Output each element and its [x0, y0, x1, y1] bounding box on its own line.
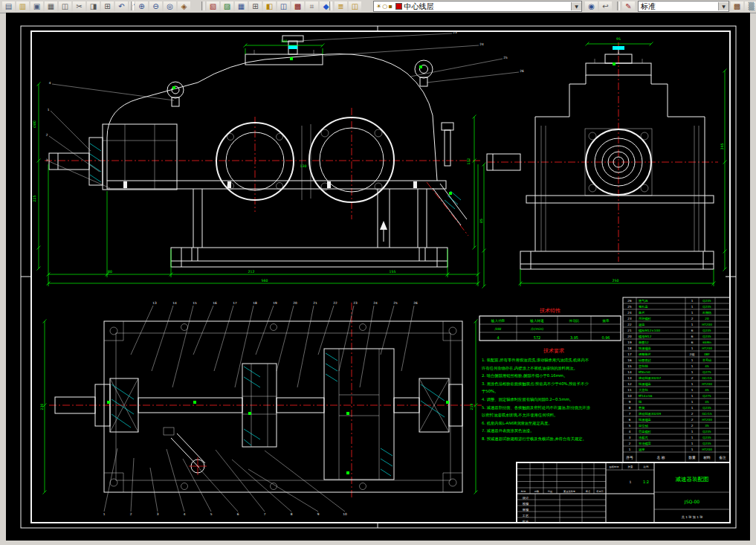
drawing-text: 审核 [523, 508, 529, 512]
new-drawing-icon[interactable]: ▤ [1, 1, 16, 13]
drawing-text: 数量 [688, 456, 696, 459]
drawing-text: 油标尺 [639, 436, 648, 440]
drawing-text: 15 [193, 301, 197, 305]
text-style-icon[interactable]: ✎ [621, 1, 636, 13]
grid-icon[interactable]: ⌗ [305, 1, 319, 13]
drawing-text: 1 [691, 311, 694, 315]
cut-icon[interactable]: ✂ [72, 1, 86, 13]
drawing-text: HT200 [702, 346, 712, 350]
drawing-text: 18 [253, 301, 257, 305]
table-icon[interactable]: ⊞ [248, 1, 262, 13]
dim-style-icon[interactable]: ▩ [730, 1, 744, 13]
drawing-text: 85 [479, 219, 483, 223]
drawing-text: 输入功率 [491, 319, 505, 323]
drawing-text: 15 [627, 364, 632, 368]
text-style-combo[interactable]: 标准 ▼ [638, 1, 729, 12]
drawing-text: 技术要求 [543, 348, 564, 354]
drawing-text: 通气器 [639, 299, 648, 303]
drawing-text: 26 [520, 69, 524, 73]
drawing-text: 65Mn [702, 341, 711, 344]
hatch-icon[interactable]: ▩ [291, 1, 305, 13]
toolbar-separator [131, 1, 134, 10]
undo-icon[interactable]: ↶ [114, 1, 129, 13]
drawing-text: 吊环螺钉 [639, 317, 652, 320]
drawing-text: 9 [629, 400, 631, 404]
style-combo-value: 标准 [641, 1, 656, 12]
make-object-layer-current-icon[interactable]: ◉ [584, 1, 598, 13]
drawing-text: 20 [293, 301, 297, 305]
drawing-text: 键8×50 [638, 370, 650, 374]
drawing-text: 4 [629, 430, 631, 433]
drawing-text: 2 [130, 512, 132, 516]
layer-color-swatch [395, 3, 402, 10]
drawing-text: GCr15 [702, 376, 712, 380]
toolbar-overflow-icon[interactable]: ▒ [744, 1, 756, 13]
drawing-text: 2 [46, 133, 48, 137]
layer-previous-icon[interactable]: ↩ [598, 1, 613, 13]
layer-states-icon[interactable]: ◫ [348, 1, 362, 13]
drawing-text: 16 [213, 301, 217, 305]
print-preview-icon[interactable]: ◫ [58, 1, 72, 13]
layer-combo-value: 中心线层 [404, 1, 434, 12]
drawing-text: 1. 装配前,所有零件用煤油清洗,滚动轴承用汽油清洗,机体内不 [482, 358, 589, 363]
drawing-text: 1 [691, 299, 694, 303]
drawing-text: 1 [691, 442, 694, 445]
drawing-text: 滚动轴承30209 [639, 412, 661, 416]
layer-combo[interactable]: ☀○▪ 中心线层 ▼ [373, 1, 582, 12]
drawing-text: 18 [627, 346, 632, 350]
drawing-text: 95 [616, 37, 621, 41]
zoom-out-icon[interactable]: ⊖ [149, 1, 163, 13]
layer-manager-icon[interactable]: ≣ [334, 1, 348, 13]
drawing-text: 8. 按减速器试验规程进行空载及负载试验,并符合有关规定。 [482, 436, 587, 442]
drawing-text: Q235 [702, 436, 711, 439]
layer-combo-dropdown-arrow[interactable]: ▼ [571, 2, 581, 10]
save-icon[interactable]: ▣ [30, 1, 44, 13]
drawing-text: 1 [691, 388, 694, 392]
drawing-text: 效率 [602, 319, 610, 323]
drawing-text: 轴承端盖 [639, 382, 652, 386]
drawing-text: 共 1 张 第 1 张 [682, 515, 704, 519]
style-toolbar-group: ✎ [621, 1, 636, 13]
drawing-text: 7. 减速器外表面涂灰色油漆。 [482, 428, 534, 433]
print-icon[interactable]: ▦ [44, 1, 58, 13]
drawing-text: 16 [627, 358, 632, 362]
zoom-extents-icon[interactable]: ◎ [163, 1, 177, 13]
drawing-text: 轴承端盖 [639, 346, 652, 350]
measure-area-icon[interactable]: ▨ [220, 1, 234, 13]
drawing-frame [21, 26, 736, 528]
open-icon[interactable]: ▥ [16, 1, 30, 13]
drawing-text: HT200 [702, 382, 712, 386]
drawing-text: 1 [691, 346, 694, 350]
drawing-text: 2组 [690, 352, 696, 356]
drawing-text: 24 [479, 42, 484, 46]
properties-icon[interactable]: ◧ [262, 1, 277, 13]
drawing-text: 序号 [626, 455, 633, 459]
list-icon[interactable]: ▦ [234, 1, 248, 13]
pan-icon[interactable]: ◈ [177, 1, 191, 13]
paste-icon[interactable]: ⊞ [100, 1, 114, 13]
block-insert-icon[interactable]: ◫ [277, 1, 291, 13]
tech-characteristics-table: 技术特性输入功率输入转速传动比效率/kW/(r/min)45723.950.96 [479, 308, 621, 341]
drawing-text: 6. 机座内装L-AN68润滑油至规定高度。 [482, 421, 552, 426]
drawing-text: 1 [691, 406, 694, 410]
drawing-text: 轴 [639, 400, 642, 404]
drawing-text: 4. 调整、固定轴承时应留有轴向间隙0.2~0.5mm。 [482, 397, 573, 402]
drawing-text: Q235 [702, 299, 711, 303]
drawing-text: 批准 [522, 520, 529, 523]
drawing-text: 减速器装配图 [676, 476, 709, 483]
gearbox-assembly-drawing[interactable]: 80212155560∅8022514013285345250952302181… [6, 13, 750, 541]
drawing-text: 4 [497, 335, 499, 340]
layer-toolbar-group: ≣◫ [334, 1, 362, 13]
drawing-text: 齿轮轴 [639, 364, 648, 368]
style-combo-dropdown-arrow[interactable]: ▼ [718, 2, 728, 10]
drawing-text: 3. 用涂色法检验齿面接触斑点:按齿高不少于40%,按齿长不少 [482, 381, 589, 387]
drawing-text: 7 [629, 412, 631, 416]
drawing-text: 0.96 [601, 335, 610, 340]
copy-icon[interactable]: ◨ [86, 1, 100, 13]
drawing-canvas[interactable]: 80212155560∅8022514013285345250952302181… [6, 13, 750, 541]
drawing-text: 250 [613, 279, 619, 283]
drawing-text: 签名 [586, 490, 590, 493]
drawing-text: 1 [630, 480, 632, 484]
zoom-window-icon[interactable]: ⊕ [135, 1, 149, 13]
measure-distance-icon[interactable]: ▧ [206, 1, 220, 13]
